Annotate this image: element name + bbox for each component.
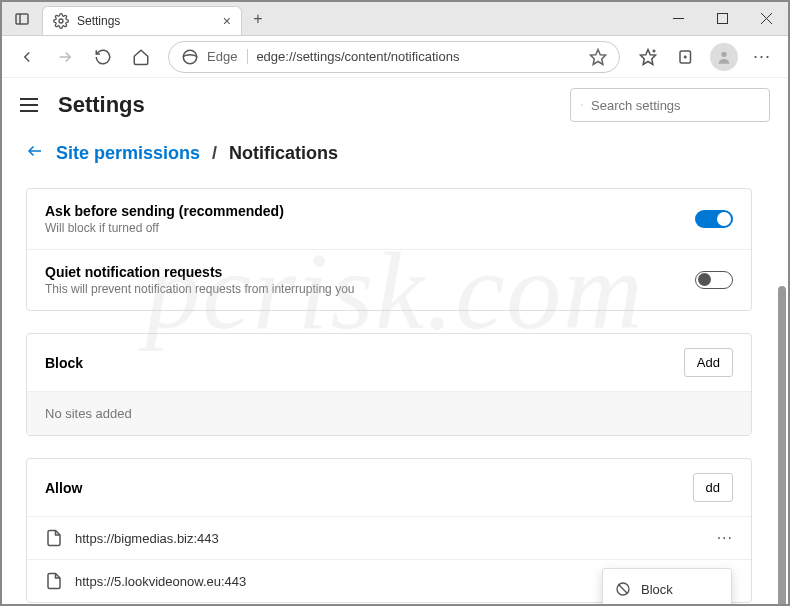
setting-ask-before-sending: Ask before sending (recommended) Will bl… <box>27 189 751 249</box>
block-section: Block Add No sites added <box>26 333 752 436</box>
vertical-scrollbar[interactable] <box>778 286 786 606</box>
edge-icon <box>181 48 199 66</box>
breadcrumb-back-button[interactable] <box>26 142 44 164</box>
site-context-menu: Block Edit Remove <box>602 568 732 606</box>
svg-rect-0 <box>16 14 28 24</box>
avatar-icon <box>710 43 738 71</box>
block-empty-message: No sites added <box>27 391 751 435</box>
breadcrumb-current: Notifications <box>229 143 338 164</box>
ctx-block[interactable]: Block <box>603 573 731 605</box>
page-icon <box>45 529 63 547</box>
site-more-button[interactable]: ··· <box>717 529 733 547</box>
breadcrumb: Site permissions / Notifications <box>26 142 752 164</box>
window-maximize-button[interactable] <box>700 2 744 35</box>
more-menu-button[interactable]: ··· <box>744 40 780 74</box>
back-button[interactable] <box>10 40 44 74</box>
window-titlebar: Settings × + <box>2 2 788 36</box>
tab-title: Settings <box>77 14 215 28</box>
address-source-label: Edge <box>207 49 248 64</box>
allow-site-row: https://bigmedias.biz:443 ··· <box>27 516 751 559</box>
block-section-title: Block <box>45 355 684 371</box>
toggle-quiet-requests[interactable] <box>695 271 733 289</box>
page-title: Settings <box>58 92 570 118</box>
profile-button[interactable] <box>706 40 742 74</box>
settings-header: Settings <box>2 78 788 136</box>
setting-description: This will prevent notification requests … <box>45 282 695 296</box>
favorite-icon[interactable] <box>589 48 607 66</box>
new-tab-button[interactable]: + <box>242 2 274 35</box>
settings-card: Ask before sending (recommended) Will bl… <box>26 188 752 311</box>
svg-line-22 <box>618 584 627 593</box>
search-settings-input[interactable] <box>591 98 759 113</box>
browser-toolbar: Edge edge://settings/content/notificatio… <box>2 36 788 78</box>
address-bar[interactable]: Edge edge://settings/content/notificatio… <box>168 41 620 73</box>
collections-button[interactable] <box>668 40 704 74</box>
svg-rect-4 <box>717 14 727 24</box>
address-url: edge://settings/content/notifications <box>256 49 459 64</box>
search-settings-field[interactable] <box>570 88 770 122</box>
refresh-button[interactable] <box>86 40 120 74</box>
search-icon <box>581 97 583 113</box>
home-button[interactable] <box>124 40 158 74</box>
favorites-button[interactable] <box>630 40 666 74</box>
svg-marker-10 <box>591 49 606 64</box>
setting-quiet-requests: Quiet notification requests This will pr… <box>27 249 751 310</box>
allow-add-button[interactable]: dd <box>693 473 733 502</box>
setting-title: Quiet notification requests <box>45 264 695 280</box>
setting-description: Will block if turned off <box>45 221 695 235</box>
block-add-button[interactable]: Add <box>684 348 733 377</box>
allow-section-title: Allow <box>45 480 693 496</box>
page-icon <box>45 572 63 590</box>
svg-point-2 <box>59 19 63 23</box>
close-tab-button[interactable]: × <box>223 13 231 29</box>
forward-button[interactable] <box>48 40 82 74</box>
site-url: https://bigmedias.biz:443 <box>75 531 705 546</box>
svg-point-9 <box>183 50 197 64</box>
gear-icon <box>53 13 69 29</box>
block-icon <box>615 581 631 597</box>
breadcrumb-separator: / <box>212 143 217 164</box>
breadcrumb-parent-link[interactable]: Site permissions <box>56 143 200 164</box>
ctx-block-label: Block <box>641 582 673 597</box>
svg-point-18 <box>581 104 582 105</box>
setting-title: Ask before sending (recommended) <box>45 203 695 219</box>
window-close-button[interactable] <box>744 2 788 35</box>
toggle-ask-before-sending[interactable] <box>695 210 733 228</box>
browser-tab[interactable]: Settings × <box>42 6 242 35</box>
tab-actions-button[interactable] <box>2 2 42 35</box>
window-minimize-button[interactable] <box>656 2 700 35</box>
settings-menu-button[interactable] <box>20 93 44 117</box>
svg-point-17 <box>721 51 726 56</box>
